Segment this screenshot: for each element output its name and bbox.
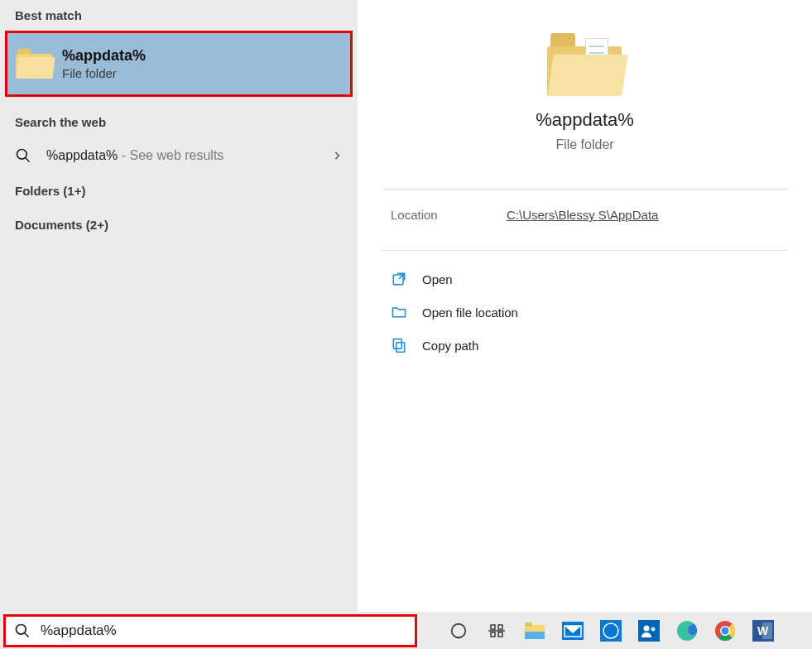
search-icon bbox=[15, 147, 35, 164]
contacts-icon[interactable] bbox=[634, 616, 664, 646]
search-input[interactable] bbox=[41, 623, 406, 639]
action-label: Open file location bbox=[422, 305, 518, 320]
folder-icon bbox=[16, 49, 50, 79]
location-link[interactable]: C:\Users\Blessy S\AppData bbox=[507, 208, 658, 222]
svg-rect-15 bbox=[525, 623, 532, 627]
svg-text:W: W bbox=[757, 624, 769, 637]
search-results-panel: Best match %appdata% File folder Search … bbox=[0, 0, 358, 612]
details-panel: %appdata% File folder Location C:\Users\… bbox=[358, 0, 812, 612]
best-match-header: Best match bbox=[0, 0, 358, 31]
svg-line-7 bbox=[25, 632, 29, 637]
dell-icon[interactable] bbox=[596, 616, 626, 646]
action-copy-path[interactable]: Copy path bbox=[358, 329, 812, 362]
copy-icon bbox=[391, 337, 407, 353]
folder-outline-icon bbox=[391, 304, 407, 320]
documents-category[interactable]: Documents (2+) bbox=[0, 208, 358, 242]
mail-icon[interactable] bbox=[558, 616, 588, 646]
edge-icon[interactable] bbox=[672, 616, 702, 646]
svg-rect-13 bbox=[498, 632, 502, 637]
search-web-header: Search the web bbox=[0, 97, 358, 137]
web-result-text: %appdata% - See web results bbox=[46, 148, 331, 163]
cortana-icon[interactable] bbox=[444, 616, 473, 646]
taskbar: W bbox=[0, 612, 812, 649]
chevron-right-icon bbox=[331, 150, 343, 161]
file-explorer-icon[interactable] bbox=[520, 616, 550, 646]
folder-large-icon bbox=[547, 31, 623, 96]
best-match-item[interactable]: %appdata% File folder bbox=[5, 31, 353, 97]
svg-rect-16 bbox=[525, 632, 545, 639]
word-icon[interactable]: W bbox=[748, 616, 778, 646]
folders-category[interactable]: Folders (1+) bbox=[0, 174, 358, 208]
open-icon bbox=[391, 271, 407, 287]
svg-rect-11 bbox=[498, 625, 502, 629]
details-subtitle: File folder bbox=[555, 137, 613, 152]
svg-rect-5 bbox=[393, 339, 401, 349]
svg-line-1 bbox=[26, 158, 30, 162]
web-result-item[interactable]: %appdata% - See web results bbox=[0, 137, 358, 174]
svg-point-24 bbox=[651, 627, 656, 631]
svg-point-0 bbox=[17, 150, 27, 160]
action-label: Copy path bbox=[422, 339, 478, 353]
search-icon bbox=[14, 623, 31, 639]
task-view-icon[interactable] bbox=[482, 616, 512, 646]
action-open-file-location[interactable]: Open file location bbox=[358, 296, 812, 329]
best-match-subtitle: File folder bbox=[62, 66, 146, 80]
details-title: %appdata% bbox=[536, 109, 634, 131]
action-label: Open bbox=[422, 272, 453, 286]
svg-point-30 bbox=[722, 627, 729, 634]
svg-point-8 bbox=[452, 623, 466, 637]
svg-rect-22 bbox=[638, 620, 660, 642]
location-label: Location bbox=[391, 208, 507, 222]
taskbar-search[interactable] bbox=[3, 614, 417, 647]
svg-rect-4 bbox=[396, 343, 405, 353]
chrome-icon[interactable] bbox=[710, 616, 740, 646]
action-open[interactable]: Open bbox=[358, 262, 812, 296]
svg-point-6 bbox=[17, 624, 26, 634]
svg-point-23 bbox=[644, 625, 650, 631]
best-match-title: %appdata% bbox=[62, 47, 146, 65]
svg-rect-10 bbox=[491, 625, 495, 629]
svg-rect-12 bbox=[491, 632, 495, 637]
